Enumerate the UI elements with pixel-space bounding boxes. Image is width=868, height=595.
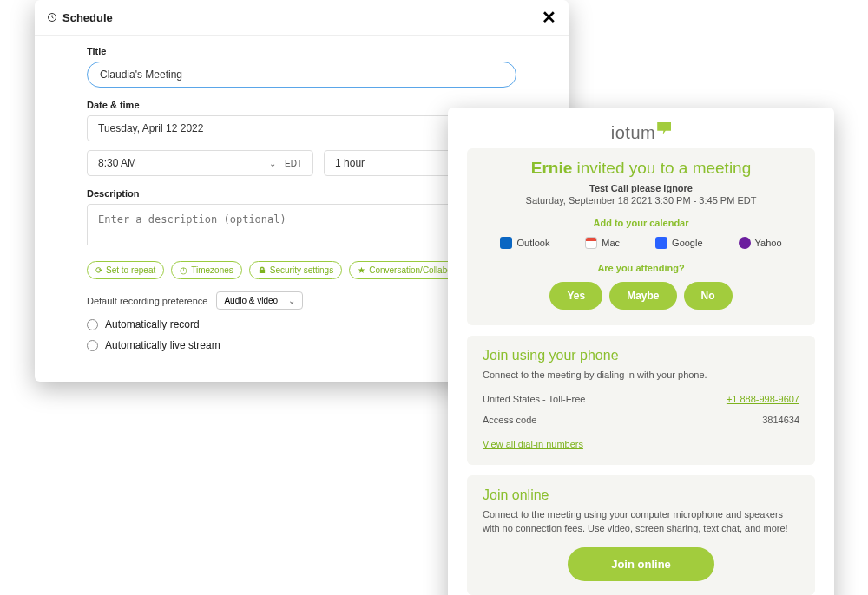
chevron-down-icon: ⌄ <box>269 159 276 168</box>
security-chip-label: Security settings <box>270 265 333 275</box>
rsvp-row: Yes Maybe No <box>483 282 799 310</box>
logo-label: iotum <box>611 123 655 143</box>
repeat-icon: ⟳ <box>95 265 102 275</box>
time-value: 8:30 AM <box>98 157 136 169</box>
repeat-chip-label: Set to repeat <box>106 265 155 275</box>
globe-icon: ◷ <box>180 265 187 275</box>
timezones-chip[interactable]: ◷ Timezones <box>171 261 242 279</box>
join-phone-desc: Connect to the meeting by dialing in wit… <box>483 369 799 382</box>
calendar-google[interactable]: Google <box>655 237 702 249</box>
recording-pref-value: Audio & video <box>224 296 278 305</box>
rsvp-maybe-button[interactable]: Maybe <box>609 282 676 310</box>
calendar-row: Outlook Mac Google Yahoo <box>483 237 799 249</box>
access-code-label: Access code <box>483 415 536 425</box>
logo-text: iotum <box>611 123 671 143</box>
view-all-dialin-link[interactable]: View all dial-in numbers <box>483 439 583 449</box>
access-code-row: Access code 3814634 <box>483 415 799 425</box>
close-icon[interactable]: ✕ <box>542 9 556 26</box>
date-value: Tuesday, April 12 2022 <box>98 122 203 134</box>
auto-record-radio[interactable] <box>87 319 98 330</box>
title-label: Title <box>87 46 516 56</box>
dial-country-label: United States - Toll-Free <box>483 394 585 404</box>
calendar-yahoo[interactable]: Yahoo <box>739 237 782 249</box>
title-input[interactable] <box>87 62 516 88</box>
dial-number-link[interactable]: +1 888-998-9607 <box>727 394 799 404</box>
invite-summary-box: Ernie invited you to a meeting Test Call… <box>467 148 815 325</box>
repeat-chip[interactable]: ⟳ Set to repeat <box>87 261 164 279</box>
auto-record-label: Automatically record <box>105 318 200 330</box>
schedule-title: Schedule <box>62 11 113 24</box>
recording-pref-select[interactable]: Audio & video ⌄ <box>216 291 303 310</box>
schedule-header: Schedule ✕ <box>35 0 569 36</box>
invite-datetime: Saturday, September 18 2021 3:30 PM - 3:… <box>483 195 799 206</box>
yahoo-icon <box>739 237 751 249</box>
add-calendar-heading: Add to your calendar <box>483 218 799 228</box>
dial-number-row: United States - Toll-Free +1 888-998-960… <box>483 394 799 404</box>
auto-stream-label: Automatically live stream <box>105 339 220 351</box>
timezones-chip-label: Timezones <box>191 265 233 275</box>
rsvp-no-button[interactable]: No <box>684 282 733 310</box>
schedule-title-wrap: Schedule <box>47 11 113 24</box>
speech-bubble-icon <box>657 122 671 134</box>
rsvp-yes-button[interactable]: Yes <box>549 282 602 310</box>
join-online-desc: Connect to the meeting using your comput… <box>483 508 799 535</box>
logo: iotum <box>467 123 815 143</box>
join-online-button[interactable]: Join online <box>568 547 714 581</box>
security-chip[interactable]: 🔒︎ Security settings <box>249 261 342 279</box>
lock-icon: 🔒︎ <box>258 265 266 275</box>
join-phone-title: Join using your phone <box>483 348 799 363</box>
invite-headline: Ernie invited you to a meeting <box>483 159 799 178</box>
invite-name: Ernie <box>531 159 573 177</box>
join-online-section: Join online Connect to the meeting using… <box>467 475 815 595</box>
join-online-title: Join online <box>483 487 799 503</box>
access-code-value: 3814634 <box>762 415 799 425</box>
auto-stream-radio[interactable] <box>87 340 98 351</box>
calendar-outlook[interactable]: Outlook <box>500 237 549 249</box>
calendar-google-label: Google <box>672 238 702 248</box>
calendar-mac-label: Mac <box>602 238 620 248</box>
calendar-yahoo-label: Yahoo <box>755 238 782 248</box>
time-select[interactable]: 8:30 AM ⌄ EDT <box>87 150 313 176</box>
invite-subject: Test Call please ignore <box>483 183 799 193</box>
mac-calendar-icon <box>585 237 597 249</box>
attending-heading: Are you attending? <box>483 263 799 273</box>
calendar-mac[interactable]: Mac <box>585 237 620 249</box>
calendar-outlook-label: Outlook <box>516 238 549 248</box>
duration-value: 1 hour <box>335 157 365 169</box>
recording-pref-label: Default recording preference <box>87 296 207 306</box>
invite-headline-rest: invited you to a meeting <box>577 159 752 177</box>
outlook-icon <box>500 237 512 249</box>
timezone-label: EDT <box>285 159 302 168</box>
star-icon: ★ <box>358 265 365 275</box>
join-phone-section: Join using your phone Connect to the mee… <box>467 336 815 465</box>
google-calendar-icon <box>655 237 667 249</box>
clock-icon <box>47 12 57 23</box>
chevron-down-icon: ⌄ <box>288 296 295 305</box>
invite-panel: iotum Ernie invited you to a meeting Tes… <box>448 108 834 595</box>
